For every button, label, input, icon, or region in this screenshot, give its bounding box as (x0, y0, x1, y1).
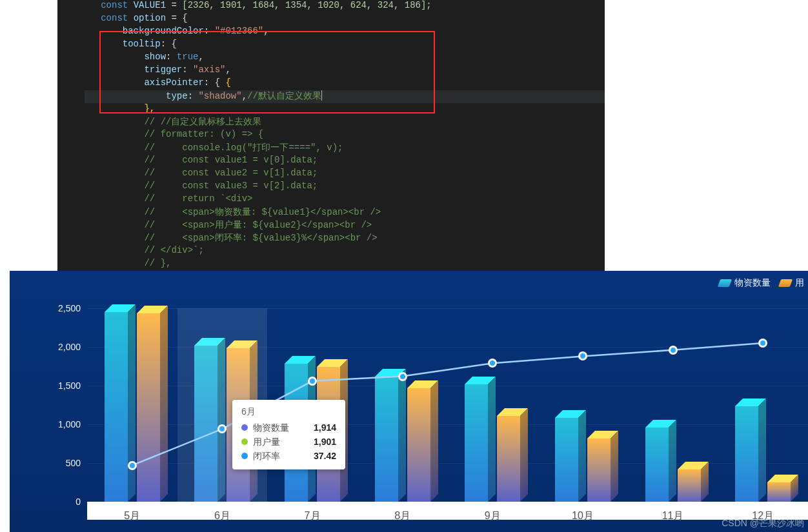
gutter (57, 0, 85, 303)
bar[interactable] (587, 438, 611, 502)
code-line: // }, (85, 258, 605, 271)
code-line: // formatter: (v) => { (85, 129, 605, 142)
code-line: // const value3 = v[2].data; (85, 181, 605, 193)
code-line: // return `<div> (85, 193, 605, 206)
code-line: // const value2 = v[1].data; (85, 168, 605, 181)
bar[interactable] (645, 428, 669, 502)
tooltip-row: 物资数量 1,914 (241, 420, 336, 435)
code-line: // //自定义鼠标移上去效果 (85, 116, 605, 129)
line-point[interactable] (488, 359, 497, 368)
bar[interactable] (678, 469, 701, 502)
line-point[interactable] (128, 461, 137, 470)
bar[interactable] (407, 388, 430, 502)
legend-label: 物资数量 (734, 277, 771, 289)
code-line: // <span>用户量: ${value2}</span><br /> (85, 219, 605, 232)
text-cursor (321, 90, 322, 101)
code-line: const option = { (85, 13, 605, 26)
bar[interactable] (735, 406, 758, 502)
dot-icon (241, 424, 248, 431)
code-editor[interactable]: const VALUE1 = [2326, 1901, 1684, 1354, … (57, 0, 605, 303)
y-tick-label: 2,500 (58, 303, 81, 313)
x-tick-label: 5月 (124, 509, 140, 523)
y-tick-label: 500 (66, 458, 81, 468)
code-line: show: true, (85, 52, 605, 64)
code-line-active: type: "shadow",//默认自定义效果 (85, 90, 605, 103)
code-line: tooltip: { (85, 39, 605, 52)
legend-swatch-icon (718, 279, 732, 287)
y-tick-label: 1,000 (58, 419, 81, 429)
dot-icon (241, 438, 248, 445)
code-line: // <span>闭环率: ${value3}%</span><br /> (85, 232, 605, 245)
chart-plot-area[interactable]: 05001,0001,5002,0002,500 (87, 308, 808, 502)
y-tick-label: 1,500 (58, 380, 81, 391)
line-point[interactable] (398, 372, 407, 381)
bar[interactable] (767, 482, 791, 502)
x-tick-label: 10月 (572, 509, 594, 523)
line-point[interactable] (578, 351, 587, 360)
x-tick-label: 7月 (305, 509, 321, 523)
y-tick-label: 0 (76, 497, 81, 507)
code-line: // const value1 = v[0].data; (85, 155, 605, 168)
x-tick-label: 8月 (394, 509, 410, 523)
x-tick-label: 6月 (214, 509, 230, 523)
line-point[interactable] (217, 424, 227, 433)
code-line: }, (85, 103, 605, 116)
code-line: backgroundColor: "#012366", (85, 26, 605, 39)
tooltip-title: 6月 (241, 406, 336, 418)
line-point[interactable] (308, 377, 317, 386)
code-line: // console.log("打印一下====", v); (85, 142, 605, 155)
watermark: CSDN @芒果沙冰哟 (722, 518, 804, 529)
bar[interactable] (497, 416, 520, 502)
bar[interactable] (555, 418, 578, 502)
x-tick-label: 11月 (662, 509, 684, 523)
code-line: axisPointer: { { (85, 77, 605, 90)
code-line: const VALUE1 = [2326, 1901, 1684, 1354, … (85, 0, 605, 13)
chart-panel[interactable]: 物资数量 用 05001,0001,5002,0002,500 5月6月7月8月… (10, 271, 808, 532)
x-axis: 5月6月7月8月9月10月11月12月 (87, 502, 808, 521)
bar[interactable] (105, 312, 128, 502)
code-line: trigger: "axis", (85, 64, 605, 77)
chart-legend: 物资数量 用 (719, 277, 804, 289)
y-tick-label: 2,000 (58, 342, 81, 352)
dot-icon (241, 453, 248, 459)
tooltip-row: 用户量 1,901 (241, 435, 336, 449)
bar[interactable] (137, 313, 160, 502)
line-point[interactable] (669, 346, 678, 355)
legend-item-s2[interactable]: 用 (780, 277, 804, 289)
bar[interactable] (465, 384, 488, 502)
bar[interactable] (375, 377, 398, 502)
legend-item-s1[interactable]: 物资数量 (719, 277, 771, 289)
chart-tooltip: 6月 物资数量 1,914 用户量 1,901 闭环率 37.42 (232, 400, 345, 469)
x-tick-label: 9月 (485, 509, 501, 523)
code-line: // <span>物资数量: ${value1}</span><br /> (85, 206, 605, 219)
legend-swatch-icon (778, 279, 793, 287)
code-line: // </div>`; (85, 245, 605, 258)
legend-label: 用 (795, 277, 804, 289)
line-point[interactable] (758, 339, 767, 348)
tooltip-row: 闭环率 37.42 (241, 449, 336, 463)
